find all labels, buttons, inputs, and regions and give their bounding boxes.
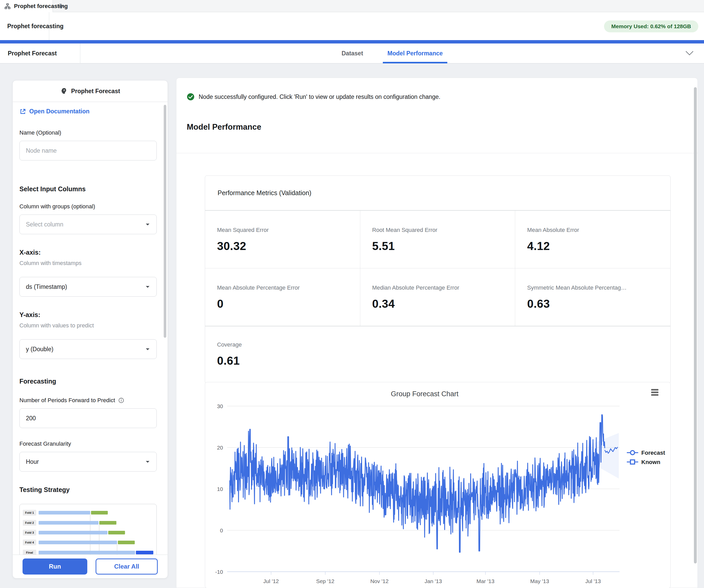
- testing-strategy-heading: Testing Strategy: [19, 486, 157, 494]
- metric-value: 0.34: [372, 298, 503, 310]
- xaxis-subtitle: Column with timestamps: [19, 260, 157, 267]
- yaxis-column-value: y (Double): [26, 346, 53, 353]
- svg-text:Fold 1: Fold 1: [25, 511, 34, 514]
- info-icon[interactable]: [118, 397, 124, 403]
- metric-label: Coverage: [217, 341, 658, 348]
- granularity-select[interactable]: Hour: [19, 452, 157, 471]
- svg-text:May '13: May '13: [530, 578, 549, 584]
- node-config-header: Prophet Forecast: [13, 80, 168, 102]
- metric-label: Median Absolute Percentage Error: [372, 284, 503, 291]
- metric-label: Mean Absolute Percentage Error: [217, 284, 348, 291]
- svg-text:-10: -10: [215, 569, 223, 575]
- main-scrollbar[interactable]: [694, 87, 697, 564]
- chart-context-menu-icon[interactable]: [651, 389, 658, 396]
- metrics-row: Mean Squared Error30.32Root Mean Squared…: [205, 211, 670, 268]
- yaxis-subtitle: Column with values to predict: [19, 322, 157, 329]
- svg-text:Mar '13: Mar '13: [477, 578, 494, 584]
- node-name-input[interactable]: [19, 141, 157, 160]
- node-config-body: Open Documentation Name (Optional) Selec…: [13, 102, 168, 554]
- tab-model-performance[interactable]: Model Performance: [385, 44, 446, 63]
- clear-all-button[interactable]: Clear All: [96, 559, 158, 575]
- sidebar-scrollbar[interactable]: [164, 105, 166, 338]
- yaxis-column-select[interactable]: y (Double): [19, 339, 157, 359]
- caret-down-icon: [145, 347, 150, 351]
- metric-value: 5.51: [372, 240, 503, 253]
- metric-cell: Median Absolute Percentage Error0.34: [360, 268, 516, 326]
- xaxis-column-value: ds (Timestamp): [26, 283, 67, 290]
- collapse-chevron-icon[interactable]: [684, 49, 695, 57]
- success-check-icon: [187, 93, 194, 101]
- name-label: Name (Optional): [19, 129, 157, 136]
- svg-text:Fold 3: Fold 3: [25, 531, 34, 534]
- groups-column-label: Column with groups (optional): [19, 203, 157, 210]
- workflow-title-cell: Prophet forecasting: [0, 12, 49, 40]
- forecasting-heading: Forecasting: [19, 378, 157, 385]
- accent-bar: [0, 40, 704, 44]
- status-row: Node successfully configured. Click 'Run…: [187, 93, 440, 101]
- svg-text:Nov '12: Nov '12: [370, 578, 389, 584]
- open-documentation-label: Open Documentation: [29, 108, 90, 115]
- xaxis-heading: X-axis:: [19, 249, 157, 256]
- svg-text:Jan '13: Jan '13: [424, 578, 442, 584]
- periods-label: Number of Periods Forward to Predict: [19, 397, 115, 404]
- svg-text:Group Forecast Chart: Group Forecast Chart: [391, 390, 459, 398]
- metric-cell: Mean Absolute Error4.12: [515, 211, 670, 268]
- caret-down-icon: [145, 285, 150, 288]
- caret-down-icon: [145, 222, 150, 226]
- periods-input[interactable]: [19, 408, 157, 428]
- svg-text:Fold 2: Fold 2: [25, 521, 34, 524]
- metrics-row: Mean Absolute Percentage Error0Median Ab…: [205, 268, 670, 326]
- memory-usage-badge: Memory Used: 0.62% of 128GB: [604, 20, 698, 32]
- yaxis-heading: Y-axis:: [19, 311, 157, 319]
- metric-value: 0.61: [217, 354, 658, 367]
- result-tabs: Dataset Model Performance: [80, 44, 704, 63]
- metric-label: Symmetric Mean Absolute Percentag…: [527, 284, 658, 291]
- metric-value: 0: [217, 298, 348, 310]
- open-documentation-link[interactable]: Open Documentation: [19, 108, 157, 115]
- legend-item-known[interactable]: Known: [627, 459, 660, 465]
- legend-item-forecast[interactable]: Forecast: [627, 450, 665, 456]
- xaxis-column-select[interactable]: ds (Timestamp): [19, 277, 157, 297]
- sitemap-icon: [4, 3, 11, 10]
- node-title: Prophet Forecast: [8, 50, 57, 57]
- tab-dataset[interactable]: Dataset: [339, 44, 366, 63]
- results-panel: Node successfully configured. Click 'Run…: [176, 78, 698, 588]
- metric-label: Mean Absolute Error: [527, 227, 658, 234]
- node-subheader: Prophet Forecast Dataset Model Performan…: [0, 44, 704, 63]
- run-button[interactable]: Run: [22, 559, 87, 575]
- svg-text:Sep '12: Sep '12: [316, 578, 334, 584]
- input-columns-heading: Select Input Columns: [19, 185, 157, 193]
- testing-strategy-diagram: Fold 1Fold 2Fold 3Fold 4FinalInitial Tra…: [19, 504, 157, 554]
- metric-value: 4.12: [527, 240, 658, 253]
- workflow-tab[interactable]: Prophet forecasting: [0, 0, 53, 12]
- status-message: Node successfully configured. Click 'Run…: [199, 93, 440, 101]
- metric-value: 0.63: [527, 298, 658, 310]
- svg-text:10: 10: [217, 486, 223, 492]
- section-title: Model Performance: [187, 122, 261, 132]
- workflow-title: Prophet forecasting: [7, 23, 63, 30]
- metrics-card-title: Performance Metrics (Validation): [205, 176, 670, 211]
- granularity-value: Hour: [26, 458, 39, 465]
- groups-column-select[interactable]: Select column: [19, 214, 157, 234]
- performance-metrics-card: Performance Metrics (Validation) Mean Sq…: [205, 176, 670, 384]
- metrics-grid: Mean Squared Error30.32Root Mean Squared…: [205, 211, 670, 326]
- external-link-icon: [19, 108, 26, 115]
- metric-cell: Mean Absolute Percentage Error0: [205, 268, 360, 326]
- groups-column-value: Select column: [26, 221, 63, 228]
- svg-text:Fold 4: Fold 4: [25, 541, 34, 544]
- svg-text:20: 20: [217, 445, 223, 451]
- node-config-title: Prophet Forecast: [71, 88, 120, 95]
- node-config-footer: Run Clear All: [13, 554, 168, 578]
- metric-label: Mean Squared Error: [217, 227, 348, 234]
- svg-text:30: 30: [217, 403, 223, 409]
- svg-text:Forecast: Forecast: [641, 450, 665, 456]
- new-tab-button[interactable]: [55, 0, 67, 12]
- browser-tab-strip: Prophet forecasting: [0, 0, 704, 12]
- metric-cell: Root Mean Squared Error5.51: [360, 211, 516, 268]
- app-header: Prophet forecasting Memory Used: 0.62% o…: [0, 12, 704, 40]
- svg-text:Known: Known: [641, 459, 660, 465]
- coverage-cell: Coverage 0.61: [205, 326, 670, 383]
- group-forecast-chart: Group Forecast Chart3020100-10Jul '12Sep…: [205, 382, 670, 587]
- caret-down-icon: [145, 460, 150, 463]
- psychology-icon: [60, 87, 67, 95]
